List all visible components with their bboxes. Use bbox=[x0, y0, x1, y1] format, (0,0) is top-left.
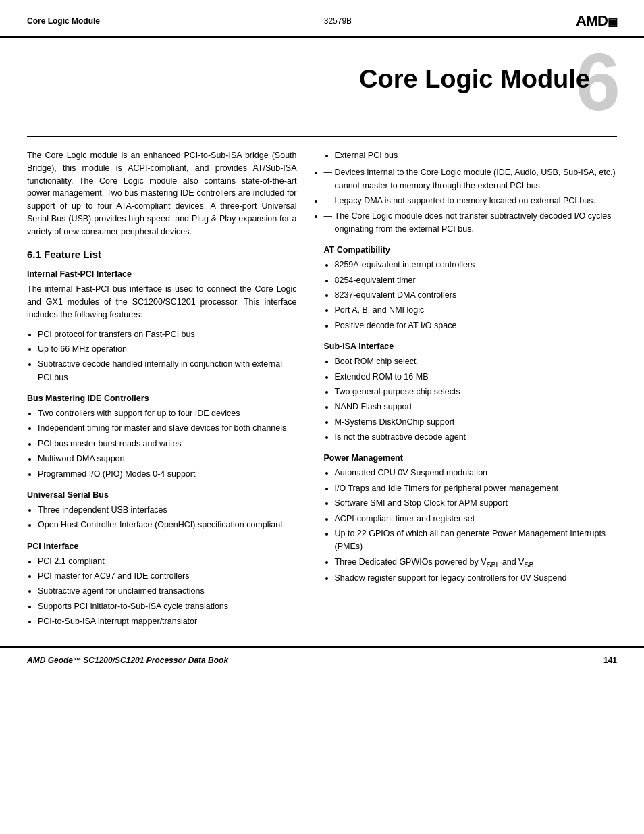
at-compat-list: 8259A-equivalent interrupt controllers 8… bbox=[335, 259, 617, 332]
list-item: Independent timing for master and slave … bbox=[38, 422, 297, 435]
chapter-title: Core Logic Module bbox=[27, 38, 617, 101]
power-mgmt-gpwios-item: Three Dedicated GPWIOs powered by VSBL a… bbox=[335, 556, 617, 571]
list-item: Two general-purpose chip selects bbox=[335, 386, 617, 398]
pci-title: PCI Interface bbox=[27, 542, 297, 551]
footer-book-title: AMD Geode™ SC1200/SC1201 Processor Data … bbox=[27, 656, 228, 665]
left-column: The Core Logic module is an enhanced PCI… bbox=[27, 149, 311, 633]
list-item: Open Host Controller Interface (OpenHCI)… bbox=[38, 519, 297, 531]
list-item: PCI 2.1 compliant bbox=[38, 555, 297, 568]
internal-fast-pci-list: PCI protocol for transfers on Fast-PCI b… bbox=[38, 328, 297, 385]
list-item: Subtractive decode handled internally in… bbox=[38, 358, 297, 384]
sub-isa-title: Sub-ISA Interface bbox=[324, 342, 617, 351]
power-mgmt-title: Power Management bbox=[324, 453, 617, 463]
list-item: 8254-equivalent timer bbox=[335, 274, 617, 287]
usb-title: Universal Serial Bus bbox=[27, 490, 297, 500]
at-compat-title: AT Compatibility bbox=[324, 245, 617, 255]
list-item: M-Systems DiskOnChip support bbox=[335, 416, 617, 429]
list-item: Subtractive agent for unclaimed transact… bbox=[38, 585, 297, 598]
list-item: Port A, B, and NMI logic bbox=[335, 304, 617, 317]
footer-page-number: 141 bbox=[603, 656, 617, 665]
vsb-sub: SB bbox=[524, 561, 533, 568]
header-title: Core Logic Module bbox=[27, 16, 100, 26]
list-item: 8259A-equivalent interrupt controllers bbox=[335, 259, 617, 271]
intro-paragraph: The Core Logic module is an enhanced PCI… bbox=[27, 149, 297, 238]
pci-list: PCI 2.1 compliant PCI master for AC97 an… bbox=[38, 555, 297, 629]
usb-list: Three independent USB interfaces Open Ho… bbox=[38, 504, 297, 532]
header-doc-id: 32579B bbox=[324, 16, 352, 26]
list-item: Devices internal to the Core Logic modul… bbox=[324, 166, 617, 192]
list-item: PCI-to-Sub-ISA interrupt mapper/translat… bbox=[38, 615, 297, 628]
list-item: Two controllers with support for up to f… bbox=[38, 407, 297, 420]
list-item: Automated CPU 0V Suspend modulation bbox=[335, 467, 617, 479]
bus-mastering-title: Bus Mastering IDE Controllers bbox=[27, 394, 297, 403]
list-item: Legacy DMA is not supported to memory lo… bbox=[324, 194, 617, 207]
amd-logo: AMD▣ bbox=[576, 12, 617, 30]
list-item: 8237-equivalent DMA controllers bbox=[335, 289, 617, 302]
list-item: Software SMI and Stop Clock for APM supp… bbox=[335, 497, 617, 510]
right-column: External PCI bus Devices internal to the… bbox=[311, 149, 617, 633]
list-item: ACPI-compliant timer and register set bbox=[335, 513, 617, 525]
page-header: Core Logic Module 32579B AMD▣ bbox=[0, 0, 644, 38]
list-item: Is not the subtractive decode agent bbox=[335, 431, 617, 444]
list-item: Positive decode for AT I/O space bbox=[335, 319, 617, 332]
list-item: I/O Traps and Idle Timers for peripheral… bbox=[335, 482, 617, 495]
list-item: Shadow register support for legacy contr… bbox=[335, 572, 617, 585]
list-item: Boot ROM chip select bbox=[335, 355, 617, 368]
list-item: PCI protocol for transfers on Fast-PCI b… bbox=[38, 328, 297, 341]
list-item: Three independent USB interfaces bbox=[38, 504, 297, 517]
vsbl-sub: SBL bbox=[487, 561, 500, 568]
page-footer: AMD Geode™ SC1200/SC1201 Processor Data … bbox=[0, 646, 644, 673]
list-item: Extended ROM to 16 MB bbox=[335, 371, 617, 384]
list-item: PCI bus master burst reads and writes bbox=[38, 438, 297, 450]
power-mgmt-list: Automated CPU 0V Suspend modulation I/O … bbox=[335, 467, 617, 585]
bus-mastering-list: Two controllers with support for up to f… bbox=[38, 407, 297, 481]
list-item: Up to 66 MHz operation bbox=[38, 343, 297, 356]
page: Core Logic Module 32579B AMD▣ 6 Core Log… bbox=[0, 0, 644, 834]
main-content: The Core Logic module is an enhanced PCI… bbox=[0, 137, 644, 633]
list-item: Programmed I/O (PIO) Modes 0-4 support bbox=[38, 468, 297, 481]
internal-fast-pci-intro: The internal Fast-PCI bus interface is u… bbox=[27, 283, 297, 321]
list-item: The Core Logic module does not transfer … bbox=[324, 210, 617, 236]
list-item: Supports PCI initiator-to-Sub-ISA cycle … bbox=[38, 600, 297, 613]
list-item: Multiword DMA support bbox=[38, 452, 297, 465]
list-item: External PCI bus bbox=[335, 149, 617, 162]
list-item: NAND Flash support bbox=[335, 400, 617, 413]
list-item: Up to 22 GPIOs of which all can generate… bbox=[335, 527, 617, 554]
internal-fast-pci-title: Internal Fast-PCI Interface bbox=[27, 269, 297, 279]
external-pci-sublist: Devices internal to the Core Logic modul… bbox=[324, 166, 617, 236]
section-61-title: 6.1 Feature List bbox=[27, 249, 297, 260]
sub-isa-list: Boot ROM chip select Extended ROM to 16 … bbox=[335, 355, 617, 444]
external-pci-list: External PCI bus bbox=[335, 149, 617, 162]
chapter-header-block: 6 Core Logic Module bbox=[0, 38, 644, 136]
list-item: PCI master for AC97 and IDE controllers bbox=[38, 570, 297, 583]
